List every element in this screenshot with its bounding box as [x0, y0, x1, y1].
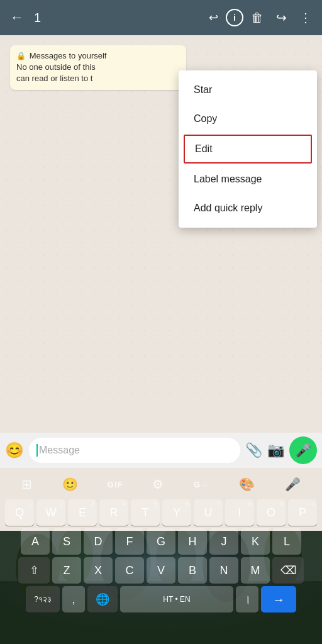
emoji-button[interactable]: 😊: [5, 441, 24, 459]
key-S[interactable]: S: [52, 528, 81, 555]
context-menu: Star Copy Edit Label message Add quick r…: [179, 70, 317, 228]
message-text-line2: No one outside of this: [16, 62, 96, 72]
message-bubble: 🔒 Messages to yourself No one outside of…: [10, 45, 186, 90]
space-key[interactable]: HT • EN: [120, 586, 233, 613]
key-R[interactable]: 4R: [99, 499, 128, 526]
message-text-line1: Messages to yourself: [30, 51, 107, 60]
apps-key[interactable]: ⊞: [16, 474, 37, 494]
key-B[interactable]: B: [178, 557, 207, 584]
attach-button[interactable]: 📎: [245, 442, 262, 458]
key-P[interactable]: 0P: [288, 499, 317, 526]
key-A[interactable]: A: [21, 528, 50, 555]
keyboard-row-3: ⇧ Z X C V B N M ⌫: [1, 557, 321, 584]
keyboard: ⊞ 🙂 GIF ⚙ G→ 🎨 🎤 1Q 2W 3E 4R 5T 6Y 7U 8I…: [0, 468, 322, 644]
key-W[interactable]: 2W: [36, 499, 65, 526]
keyboard-content: ⊞ 🙂 GIF ⚙ G→ 🎨 🎤 1Q 2W 3E 4R 5T 6Y 7U 8I…: [0, 468, 322, 613]
key-K[interactable]: K: [241, 528, 270, 555]
reply-icon[interactable]: ↩: [204, 6, 223, 30]
camera-button[interactable]: 📷: [267, 442, 284, 458]
key-H[interactable]: H: [178, 528, 207, 555]
topbar: ← 1 ↩ i 🗑 ↪ ⋮: [0, 0, 322, 35]
keyboard-row-1: 1Q 2W 3E 4R 5T 6Y 7U 8I 9O 0P: [1, 499, 321, 526]
settings-key[interactable]: ⚙: [147, 474, 169, 494]
context-menu-label[interactable]: Label message: [179, 165, 317, 194]
context-menu-edit[interactable]: Edit: [184, 135, 312, 164]
message-input[interactable]: Message: [29, 438, 240, 463]
info-icon[interactable]: i: [226, 9, 243, 26]
back-button[interactable]: ←: [5, 4, 29, 31]
keyboard-special-row: ⊞ 🙂 GIF ⚙ G→ 🎨 🎤: [1, 470, 321, 498]
context-menu-copy[interactable]: Copy: [179, 104, 317, 133]
message-placeholder: Message: [39, 445, 80, 456]
key-D[interactable]: D: [84, 528, 113, 555]
key-Z[interactable]: Z: [52, 557, 81, 584]
symbols-key[interactable]: ?१२३: [26, 586, 60, 613]
delete-icon[interactable]: 🗑: [246, 6, 269, 30]
sticker-key[interactable]: 🙂: [57, 474, 83, 494]
language-key[interactable]: 🌐: [87, 586, 118, 613]
key-E[interactable]: 3E: [68, 499, 97, 526]
keyboard-row-4: ?१२३ , 🌐 HT • EN । →: [1, 586, 321, 613]
key-L[interactable]: L: [272, 528, 301, 555]
shift-key[interactable]: ⇧: [18, 557, 50, 584]
key-F[interactable]: F: [115, 528, 144, 555]
text-cursor: [36, 444, 38, 457]
mic-button[interactable]: 🎤: [289, 436, 317, 464]
selected-count: 1: [31, 11, 43, 25]
key-Y[interactable]: 6Y: [162, 499, 191, 526]
lock-icon: 🔒: [16, 52, 26, 60]
forward-icon[interactable]: ↪: [271, 5, 292, 30]
key-G[interactable]: G: [147, 528, 175, 555]
translate-key[interactable]: G→: [189, 477, 213, 492]
mic-icon: 🎤: [296, 443, 311, 458]
key-M[interactable]: M: [241, 557, 270, 584]
input-bar: 😊 Message 📎 📷 🎤: [0, 433, 322, 468]
more-options-icon[interactable]: ⋮: [294, 5, 317, 30]
key-U[interactable]: 7U: [194, 499, 223, 526]
key-J[interactable]: J: [209, 528, 238, 555]
key-X[interactable]: X: [84, 557, 113, 584]
context-menu-star[interactable]: Star: [179, 75, 317, 104]
key-N[interactable]: N: [209, 557, 238, 584]
period-key[interactable]: ।: [236, 586, 258, 613]
key-V[interactable]: V: [147, 557, 175, 584]
key-I[interactable]: 8I: [225, 499, 254, 526]
key-O[interactable]: 9O: [257, 499, 286, 526]
voice-key[interactable]: 🎤: [280, 474, 306, 494]
keyboard-row-2: A S D F G H J K L: [1, 528, 321, 555]
enter-key[interactable]: →: [261, 586, 296, 613]
key-Q[interactable]: 1Q: [5, 499, 34, 526]
message-text-line3: can read or listen to t: [16, 74, 92, 83]
key-T[interactable]: 5T: [131, 499, 160, 526]
context-menu-quick-reply[interactable]: Add quick reply: [179, 194, 317, 223]
key-C[interactable]: C: [115, 557, 144, 584]
comma-key[interactable]: ,: [62, 586, 85, 613]
palette-key[interactable]: 🎨: [234, 474, 260, 494]
gif-key[interactable]: GIF: [104, 477, 127, 492]
backspace-key[interactable]: ⌫: [272, 557, 304, 584]
